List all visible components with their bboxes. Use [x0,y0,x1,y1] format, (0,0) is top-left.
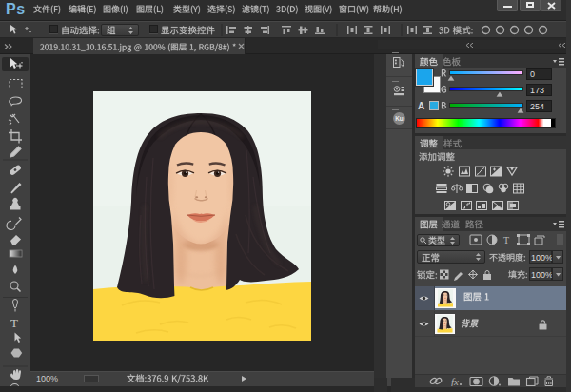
svg-text:T: T [503,235,509,245]
svg-text:T: T [10,316,18,330]
svg-text:fx: fx [451,376,459,386]
